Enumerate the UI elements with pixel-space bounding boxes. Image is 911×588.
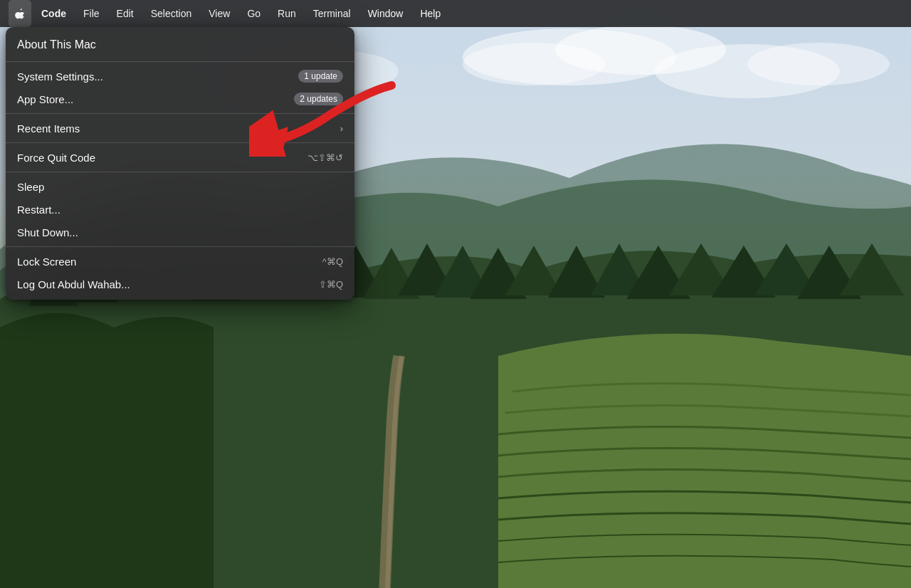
menu-item-app-store-label: App Store... xyxy=(17,93,288,105)
menubar-view[interactable]: View xyxy=(201,5,237,22)
menu-item-recent-items[interactable]: Recent Items › xyxy=(6,117,354,140)
menubar-edit[interactable]: Edit xyxy=(110,5,141,22)
menubar-code[interactable]: Code xyxy=(34,5,73,22)
menu-item-app-store[interactable]: App Store... 2 updates xyxy=(6,88,354,110)
menu-item-system-settings[interactable]: System Settings... 1 update xyxy=(6,65,354,88)
menubar-terminal[interactable]: Terminal xyxy=(306,5,358,22)
menu-divider-5 xyxy=(6,246,354,247)
menu-item-log-out-shortcut: ⇧⌘Q xyxy=(319,279,343,290)
svg-point-32 xyxy=(747,43,890,85)
menu-item-sleep-label: Sleep xyxy=(17,181,343,193)
menu-divider-2 xyxy=(6,113,354,114)
menu-item-log-out[interactable]: Log Out Abdul Wahab... ⇧⌘Q xyxy=(6,273,354,295)
menubar-help[interactable]: Help xyxy=(413,5,448,22)
menu-item-lock-screen-label: Lock Screen xyxy=(17,256,322,268)
menu-item-force-quit[interactable]: Force Quit Code ⌥⇧⌘↺ xyxy=(6,146,354,169)
menu-item-lock-screen-shortcut: ^⌘Q xyxy=(322,256,343,267)
menu-item-system-settings-badge: 1 update xyxy=(298,70,343,83)
apple-menu-button[interactable] xyxy=(9,0,31,27)
menu-item-system-settings-label: System Settings... xyxy=(17,70,293,83)
menubar-go[interactable]: Go xyxy=(240,5,268,22)
menu-item-restart[interactable]: Restart... xyxy=(6,198,354,221)
menubar-selection[interactable]: Selection xyxy=(144,5,199,22)
menu-item-shut-down[interactable]: Shut Down... xyxy=(6,221,354,243)
menu-item-about[interactable]: About This Mac xyxy=(6,31,354,58)
menu-item-lock-screen[interactable]: Lock Screen ^⌘Q xyxy=(6,250,354,273)
svg-point-30 xyxy=(463,43,605,85)
apple-dropdown-menu: About This Mac System Settings... 1 upda… xyxy=(6,27,354,300)
menu-item-force-quit-shortcut: ⌥⇧⌘↺ xyxy=(307,152,343,163)
menu-item-log-out-label: Log Out Abdul Wahab... xyxy=(17,278,319,290)
menu-item-sleep[interactable]: Sleep xyxy=(6,175,354,198)
menubar-window[interactable]: Window xyxy=(361,5,411,22)
menubar-file[interactable]: File xyxy=(76,5,107,22)
menu-divider-1 xyxy=(6,61,354,62)
menu-divider-3 xyxy=(6,142,354,143)
menu-item-recent-items-label: Recent Items xyxy=(17,122,340,135)
menu-item-restart-label: Restart... xyxy=(17,204,343,216)
chevron-right-icon: › xyxy=(340,123,343,134)
menu-item-app-store-badge: 2 updates xyxy=(294,93,343,105)
menu-item-about-label: About This Mac xyxy=(17,38,343,51)
menu-item-force-quit-label: Force Quit Code xyxy=(17,152,307,164)
menu-item-shut-down-label: Shut Down... xyxy=(17,226,343,238)
menubar: Code File Edit Selection View Go Run Ter… xyxy=(0,0,911,27)
menubar-run[interactable]: Run xyxy=(270,5,303,22)
menu-divider-4 xyxy=(6,172,354,172)
